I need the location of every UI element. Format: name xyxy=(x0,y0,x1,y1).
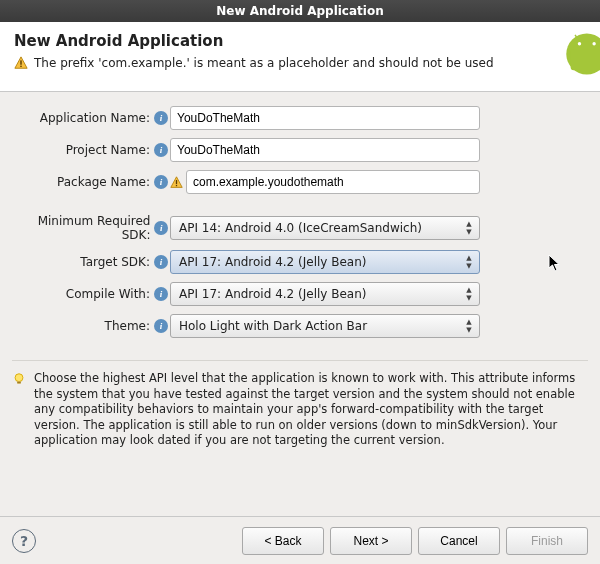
label-compile: Compile With: i xyxy=(10,287,170,301)
info-icon[interactable]: i xyxy=(154,175,168,189)
package-name-input[interactable] xyxy=(186,170,480,194)
theme-select[interactable]: Holo Light with Dark Action Bar ▲▼ xyxy=(170,314,480,338)
hint-box: Choose the highest API level that the ap… xyxy=(12,360,588,449)
warning-icon xyxy=(170,176,183,189)
label-theme: Theme: i xyxy=(10,319,170,333)
chevron-updown-icon: ▲▼ xyxy=(463,319,475,334)
row-app-name: Application Name: i xyxy=(10,106,590,130)
svg-rect-0 xyxy=(20,60,21,64)
cancel-button[interactable]: Cancel xyxy=(418,527,500,555)
help-button[interactable]: ? xyxy=(12,529,36,553)
app-name-input[interactable] xyxy=(170,106,480,130)
chevron-updown-icon: ▲▼ xyxy=(463,255,475,270)
wizard-header: New Android Application The prefix 'com.… xyxy=(0,22,600,92)
svg-point-4 xyxy=(578,42,581,45)
label-package-name: Package Name: i xyxy=(10,175,170,189)
next-button[interactable]: Next > xyxy=(330,527,412,555)
info-icon[interactable]: i xyxy=(154,319,168,333)
svg-point-9 xyxy=(15,374,23,382)
label-app-name: Application Name: i xyxy=(10,111,170,125)
label-project-name: Project Name: i xyxy=(10,143,170,157)
header-warning: The prefix 'com.example.' is meant as a … xyxy=(14,56,586,70)
label-min-sdk: Minimum Required SDK: i xyxy=(10,214,170,242)
row-theme: Theme: i Holo Light with Dark Action Bar… xyxy=(10,314,590,338)
row-project-name: Project Name: i xyxy=(10,138,590,162)
target-sdk-select[interactable]: API 17: Android 4.2 (Jelly Bean) ▲▼ xyxy=(170,250,480,274)
svg-rect-1 xyxy=(20,66,21,67)
info-icon[interactable]: i xyxy=(154,143,168,157)
wizard-footer: ? < Back Next > Cancel Finish xyxy=(0,516,600,564)
row-target-sdk: Target SDK: i API 17: Android 4.2 (Jelly… xyxy=(10,250,590,274)
chevron-updown-icon: ▲▼ xyxy=(463,221,475,236)
info-icon[interactable]: i xyxy=(154,255,168,269)
info-icon[interactable]: i xyxy=(154,111,168,125)
window-title: New Android Application xyxy=(216,4,383,18)
min-sdk-select[interactable]: API 14: Android 4.0 (IceCreamSandwich) ▲… xyxy=(170,216,480,240)
info-icon[interactable]: i xyxy=(154,287,168,301)
page-title: New Android Application xyxy=(14,32,586,50)
info-icon[interactable]: i xyxy=(154,221,168,235)
row-package-name: Package Name: i xyxy=(10,170,590,194)
svg-rect-7 xyxy=(176,180,177,184)
hint-text: Choose the highest API level that the ap… xyxy=(34,371,588,449)
warning-icon xyxy=(14,56,28,70)
chevron-updown-icon: ▲▼ xyxy=(463,287,475,302)
svg-point-5 xyxy=(592,42,595,45)
finish-button: Finish xyxy=(506,527,588,555)
back-button[interactable]: < Back xyxy=(242,527,324,555)
form-area: Application Name: i Project Name: i Pack… xyxy=(0,92,600,350)
compile-select[interactable]: API 17: Android 4.2 (Jelly Bean) ▲▼ xyxy=(170,282,480,306)
project-name-input[interactable] xyxy=(170,138,480,162)
svg-rect-8 xyxy=(176,184,177,185)
window-titlebar: New Android Application xyxy=(0,0,600,22)
label-target-sdk: Target SDK: i xyxy=(10,255,170,269)
row-compile: Compile With: i API 17: Android 4.2 (Jel… xyxy=(10,282,590,306)
android-logo xyxy=(556,32,600,92)
header-warning-text: The prefix 'com.example.' is meant as a … xyxy=(34,56,494,70)
row-min-sdk: Minimum Required SDK: i API 14: Android … xyxy=(10,214,590,242)
svg-rect-3 xyxy=(571,50,600,71)
lightbulb-icon xyxy=(12,372,26,386)
